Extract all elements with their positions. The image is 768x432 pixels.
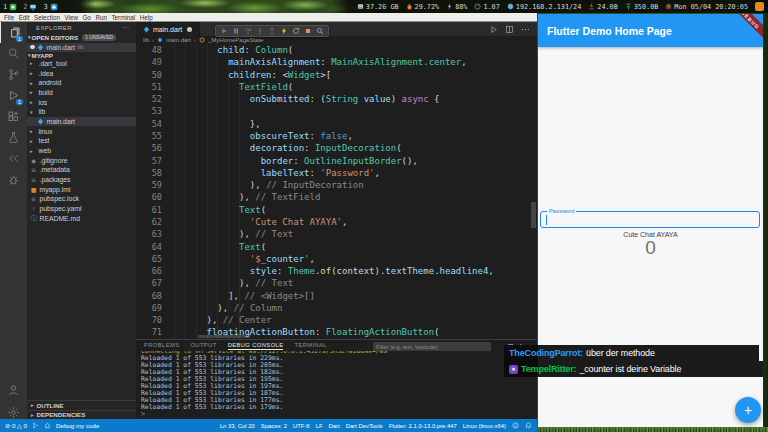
stop-icon[interactable] [304,27,312,35]
menu-selection[interactable]: Selection [34,14,60,21]
menu-edit[interactable]: Edit [19,14,30,21]
workspace-2[interactable]: 2 [20,3,40,11]
editor-scrollbar[interactable] [531,202,536,228]
upload-icon [625,3,632,10]
step-into-icon[interactable] [256,27,264,35]
iml-file-icon: ■ [30,186,37,193]
account-icon[interactable] [0,380,27,401]
open-devtools-icon[interactable] [316,27,324,35]
step-out-icon[interactable] [268,27,276,35]
status-item-0[interactable]: Ln 33, Col 20 [220,423,255,429]
panel-tab-output[interactable]: OUTPUT [190,342,216,349]
workspace-1[interactable]: 1 [0,3,20,11]
status-item-2[interactable]: UTF-8 [293,423,310,429]
tree-item-linux[interactable]: ▸linux [27,126,136,136]
status-item-6[interactable]: Flutter: 2.1.0-13.0.pre.447 [389,423,457,429]
menu-view[interactable]: View [64,14,78,21]
explorer-sidebar: EXPLORER ··· ▾ OPEN EDITORS 1 UNSAVED ma… [27,22,136,419]
code-editor[interactable]: 48 child: Column(49 mainAxisAlignment: M… [136,44,537,339]
tree-item-android[interactable]: ▸android [27,78,136,88]
console-prompt[interactable]: > [141,410,145,418]
breadcrumb-0[interactable]: lib [143,37,149,43]
run-debug-icon[interactable]: 1 [0,85,27,106]
tree-item-lib[interactable]: ▾lib [27,107,136,117]
tree-item--packages[interactable]: ≡.packages [27,175,136,185]
tree-item--dart-tool[interactable]: ▸.dart_tool [27,59,136,69]
status-item-4[interactable]: Dart [329,423,340,429]
notifications-bell-icon[interactable] [525,422,532,429]
yaml-file-icon: ! [30,205,37,212]
continue-icon[interactable] [220,27,228,35]
bug-icon[interactable] [0,169,27,190]
clock-icon [665,3,672,10]
workspace-3[interactable]: 3 [40,3,60,11]
tree-item-web[interactable]: ▸web [27,146,136,156]
tree-item-test[interactable]: ▸test [27,136,136,146]
menu-terminal[interactable]: Terminal [111,14,135,21]
source-control-icon[interactable] [0,64,27,85]
outline-header[interactable]: ▸ OUTLINE [27,400,136,410]
breadcrumb-1[interactable]: main.dart [166,37,191,43]
editor-horizontal-scrollbar[interactable] [198,335,250,338]
tree-item-myapp-iml[interactable]: ■myapp.iml [27,184,136,194]
pause-icon[interactable] [232,27,240,35]
stat-flame: 29.72% [406,3,440,11]
tree-item--metadata[interactable]: ≡.metadata [27,165,136,175]
home-icon[interactable] [44,422,51,430]
fab-button[interactable]: + [735,397,761,423]
launch-config[interactable]: Debug my code [56,422,99,429]
restart-icon[interactable] [292,27,300,35]
stat-disk: 37.26 GB [357,3,399,11]
tray-icon[interactable] [755,2,764,11]
menu-go[interactable]: Go [82,14,90,21]
branch-icon[interactable] [32,422,39,430]
tree-item-main-dart[interactable]: main.dart [27,117,136,127]
menu-file[interactable]: File [4,14,14,21]
test-icon[interactable] [0,127,27,148]
explorer-icon[interactable]: 1 [0,22,27,43]
status-item-3[interactable]: LF [316,423,323,429]
devtools-icon[interactable] [0,148,27,169]
password-input[interactable] [540,211,760,228]
extensions-icon[interactable] [0,106,27,127]
tree-item-pubspec-lock[interactable]: ≡pubspec.lock [27,194,136,204]
step-over-icon[interactable] [244,27,252,35]
status-item-5[interactable]: Dart DevTools [346,423,383,429]
status-item-1[interactable]: Spaces: 2 [261,423,287,429]
download-icon [588,3,595,10]
problems-status[interactable]: ⊘ 0 △ 0 [5,422,27,429]
desktop: 123 37.26 GB29.72%88%1.07192.168.2.131/2… [0,0,768,432]
panel-tab-terminal[interactable]: TERMINAL [294,342,327,349]
search-icon[interactable] [0,43,27,64]
tree-item-pubspec-yaml[interactable]: !pubspec.yaml [27,204,136,214]
more-actions-icon[interactable] [521,25,530,34]
explorer-actions-icon[interactable]: ··· [122,24,129,31]
tree-item--idea[interactable]: ▸.idea [27,68,136,78]
panel-tab-problems[interactable]: PROBLEMS [144,342,179,349]
info-file-icon: ⓘ [30,214,37,223]
menu-run[interactable]: Run [95,14,107,21]
debug-console-output[interactable]: Connecting to VM Service at ws://127.0.0… [141,351,535,411]
menu-help[interactable]: Help [140,14,153,21]
dependencies-header[interactable]: ▸ DEPENDENCIES [27,410,136,420]
tree-item-readme-md[interactable]: ⓘREADME.md [27,214,136,224]
hot-reload-icon[interactable] [280,27,288,35]
panel-tab-debug-console[interactable]: DEBUG CONSOLE [228,342,284,350]
debug-toolbar [215,25,329,37]
tree-item-build[interactable]: ▸build [27,88,136,98]
stat-bolt: 88% [446,3,467,11]
tree-item-ios[interactable]: ▸ios [27,97,136,107]
config-file-icon: ≡ [30,166,37,173]
breadcrumb[interactable]: lib›main.dart›_MyHomePageState [136,36,537,44]
run-button[interactable] [489,25,498,34]
console-filter-input[interactable]: Filter (e.g. text, !exclude) [373,342,491,351]
dart-file-icon [37,44,44,51]
chevron-right-icon: ▸ [31,402,34,408]
tree-item--gitignore[interactable]: ◆.gitignore [27,155,136,165]
open-editors-header[interactable]: ▾ OPEN EDITORS 1 UNSAVED [27,33,136,41]
split-editor-icon[interactable] [505,25,514,34]
breadcrumb-2[interactable]: _MyHomePageState [208,37,263,43]
status-item-7[interactable]: Linux (linux-x64) [463,423,506,429]
tab-main-dart[interactable]: main.dart [136,22,200,36]
feedback-smiley-icon[interactable] [512,422,519,429]
